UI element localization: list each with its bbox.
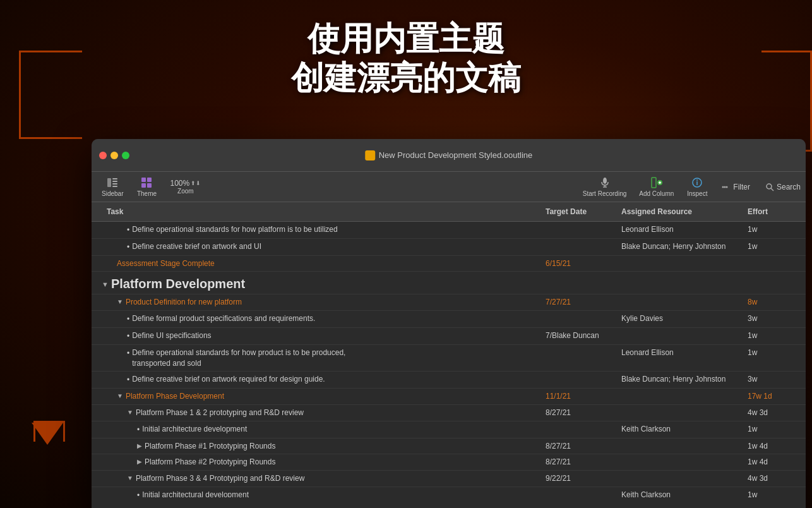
toolbar: Sidebar Theme 100% ⬆⬇ Zoom: [92, 172, 806, 202]
effort-cell: 1w: [743, 239, 806, 255]
date-cell: [540, 487, 616, 492]
svg-rect-0: [107, 178, 111, 187]
date-cell: [540, 372, 616, 377]
table-row: • Define creative brief on artwork and U…: [92, 239, 806, 256]
svg-point-19: [724, 186, 726, 188]
resource-cell: Keith Clarkson: [616, 487, 743, 497]
title-area: 使用内置主题 创建漂亮的文稿: [0, 19, 812, 98]
svg-rect-2: [112, 181, 117, 182]
resource-cell: [616, 256, 743, 261]
resource-cell: [616, 389, 743, 394]
date-cell: [540, 421, 616, 426]
bullet-icon: •: [127, 314, 129, 325]
table-row: • Define formal product specifications a…: [92, 311, 806, 328]
task-cell: • Define operational standards for how p…: [92, 222, 540, 238]
resource-cell: [616, 471, 743, 476]
effort-cell: 4w 3d: [743, 471, 806, 487]
theme-button[interactable]: Theme: [131, 174, 162, 200]
table-row: Assessment Stage Complete 6/15/21: [92, 256, 806, 272]
collapse-arrow-icon: ▼: [117, 298, 123, 306]
expand-arrow-icon: ▶: [137, 457, 142, 466]
zoom-value: 100% ⬆⬇: [170, 179, 201, 188]
column-headers: Task Target Date Assigned Resource Effor…: [92, 202, 806, 222]
task-cell: • Define creative brief on artwork and U…: [92, 239, 540, 255]
date-cell: 9/22/21: [540, 471, 616, 487]
table-row: ▼ Platform Phase 1 & 2 prototyping and R…: [92, 405, 806, 421]
svg-point-21: [726, 186, 728, 188]
effort-cell: 1w 4d: [743, 454, 806, 470]
effort-cell: 8w: [743, 294, 806, 310]
table-row: • Define UI specifications 7/Blake Dunca…: [92, 328, 806, 345]
task-cell: ▼ Platform Phase Development: [92, 389, 540, 404]
date-cell: 7/Blake Duncan: [540, 328, 616, 344]
task-cell: ▶ Platform Phase #2 Prototyping Rounds: [92, 454, 540, 470]
app-window: New Product Development Styled.ooutline …: [92, 139, 806, 508]
bullet-icon: •: [127, 331, 129, 342]
date-cell: 7/27/21: [540, 294, 616, 310]
bullet-icon: •: [127, 225, 129, 236]
add-column-icon: [650, 176, 663, 189]
effort-cell: 1w: [743, 345, 806, 361]
add-column-button[interactable]: Add Column: [634, 174, 679, 200]
assigned-resource-column-header: Assigned Resource: [616, 205, 743, 219]
expand-arrow-icon: ▶: [137, 442, 142, 451]
title-line1: 使用内置主题: [0, 19, 812, 58]
svg-rect-3: [112, 183, 117, 184]
effort-cell: 1w: [743, 328, 806, 344]
date-cell: 8/27/21: [540, 454, 616, 470]
resource-cell: Kylie Davies: [616, 311, 743, 327]
task-cell: ▼ Product Definition for new platform: [92, 294, 540, 310]
svg-point-9: [603, 178, 607, 184]
resource-cell: Leonard Ellison: [616, 222, 743, 238]
zoom-control[interactable]: 100% ⬆⬇ Zoom: [165, 176, 206, 197]
bullet-icon: •: [137, 490, 140, 497]
collapse-arrow-icon: ▼: [127, 474, 133, 483]
close-button[interactable]: [99, 152, 107, 159]
window-title: New Product Development Styled.ooutline: [379, 150, 533, 160]
svg-rect-4: [112, 186, 117, 187]
resource-cell: Blake Duncan; Henry Johnston: [616, 239, 743, 255]
resource-cell: Leonard Ellison: [616, 345, 743, 361]
date-cell: 8/27/21: [540, 438, 616, 454]
search-label[interactable]: Search: [777, 183, 801, 191]
date-cell: [540, 311, 616, 316]
task-column-header: Task: [92, 205, 540, 219]
task-cell: ▼ Platform Phase 3 & 4 Prototyping and R…: [92, 471, 540, 487]
traffic-lights: [99, 152, 129, 159]
sidebar-label: Sidebar: [102, 190, 123, 197]
effort-cell: [743, 256, 806, 261]
zoom-label: Zoom: [177, 188, 194, 195]
start-recording-button[interactable]: Start Recording: [578, 174, 631, 200]
sidebar-button[interactable]: Sidebar: [97, 174, 128, 200]
document-icon: [365, 150, 375, 160]
date-cell: 6/15/21: [540, 256, 616, 272]
filter-label[interactable]: Filter: [733, 183, 750, 191]
svg-line-23: [771, 188, 773, 191]
maximize-button[interactable]: [122, 152, 129, 159]
svg-point-18: [696, 179, 698, 181]
collapse-arrow-icon: ▼: [127, 408, 133, 417]
table-row: ▶ Platform Phase #2 Prototyping Rounds 8…: [92, 454, 806, 471]
inspect-button[interactable]: Inspect: [681, 174, 713, 200]
task-cell: • Define UI specifications: [92, 328, 540, 344]
effort-cell: 1w: [743, 487, 806, 497]
task-cell: Assessment Stage Complete: [92, 256, 540, 272]
table-row: ▶ Platform Phase #1 Prototyping Rounds 8…: [92, 438, 806, 455]
start-recording-label: Start Recording: [583, 190, 626, 197]
filter-area: Filter: [715, 183, 755, 191]
content-area[interactable]: • Define operational standards for how p…: [92, 222, 806, 497]
resource-cell: [616, 328, 743, 333]
minimize-button[interactable]: [110, 152, 118, 159]
svg-point-22: [767, 184, 772, 189]
table-row: • Define operational standards for how p…: [92, 345, 806, 372]
target-date-column-header: Target Date: [540, 205, 616, 219]
svg-rect-6: [147, 178, 152, 182]
resource-cell: [616, 438, 743, 444]
date-cell: 8/27/21: [540, 405, 616, 421]
table-row: • Define creative brief on artwork requi…: [92, 372, 806, 389]
theme-label: Theme: [137, 190, 157, 197]
task-cell: • Define formal product specifications a…: [92, 311, 540, 327]
titlebar: New Product Development Styled.ooutline: [92, 139, 806, 172]
filter-icon: [720, 183, 729, 191]
effort-cell: 3w: [743, 372, 806, 387]
